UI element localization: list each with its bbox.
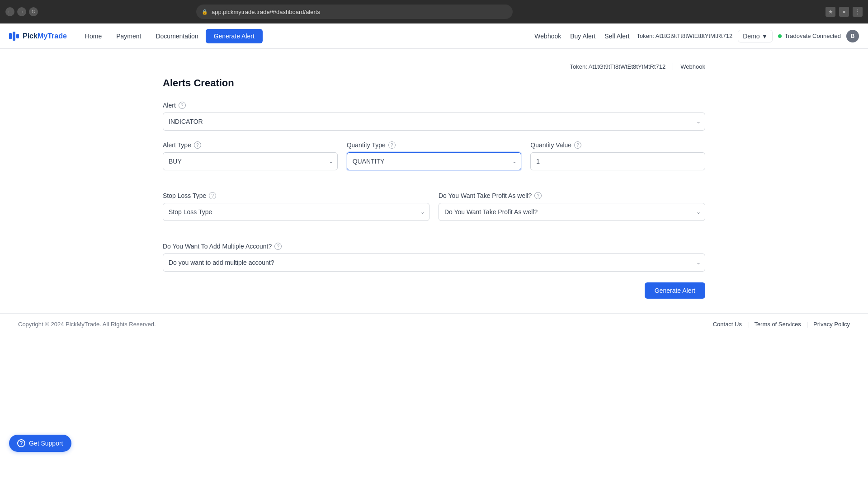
alert-type-label: Alert Type ? — [163, 141, 338, 149]
take-profit-section: Do You Want Take Profit As well? ? Do Yo… — [439, 192, 705, 221]
footer-terms[interactable]: Terms of Services — [754, 321, 801, 328]
page-webhook-link[interactable]: Webhook — [673, 63, 705, 70]
logo-bar-2 — [13, 32, 15, 41]
demo-chevron-icon: ▼ — [762, 33, 768, 40]
footer-copyright: Copyright © 2024 PickMyTrade. All Rights… — [18, 321, 156, 328]
alert-type-select-wrapper: BUY ⌄ — [163, 152, 338, 170]
more-btn[interactable]: ⋮ — [853, 7, 863, 17]
nav-sell-alert[interactable]: Sell Alert — [603, 33, 631, 40]
page-title: Alerts Creation — [163, 77, 705, 89]
alert-type-help-icon[interactable]: ? — [194, 141, 201, 149]
alert-type-section: Alert Type ? BUY ⌄ — [163, 141, 338, 170]
lock-icon: 🔒 — [202, 9, 208, 15]
footer-sep-1: | — [747, 321, 749, 328]
generate-btn-row: Generate Alert — [163, 282, 705, 299]
multiple-account-label: Do You Want To Add Multiple Account? ? — [163, 243, 705, 250]
nav-documentation[interactable]: Documentation — [148, 23, 205, 49]
take-profit-select[interactable]: Do You Want Take Profit As well? — [439, 203, 705, 221]
logo-suffix: MyTrade — [38, 32, 67, 40]
nav-generate-alert-button[interactable]: Generate Alert — [206, 29, 263, 43]
multiple-account-help-icon[interactable]: ? — [274, 243, 282, 250]
quantity-value-label: Quantity Value ? — [530, 141, 705, 149]
nav-webhook[interactable]: Webhook — [533, 33, 563, 40]
page-token-label: Token: At1tGt9tTt8tWtEt8tYtMtRt712 — [570, 63, 666, 70]
demo-label: Demo — [743, 33, 760, 40]
quantity-type-select[interactable]: QUANTITY — [347, 152, 522, 170]
quantity-value-input[interactable] — [530, 152, 705, 170]
footer-sep-2: | — [807, 321, 808, 328]
alert-help-icon[interactable]: ? — [179, 102, 186, 109]
nav-token: Token: At1tGt9tTt8tWtEt8tYtMtRt712 — [637, 33, 733, 39]
multiple-account-section: Do You Want To Add Multiple Account? ? D… — [163, 243, 705, 272]
footer-privacy[interactable]: Privacy Policy — [813, 321, 850, 328]
nav-right: Webhook Buy Alert Sell Alert Token: At1t… — [533, 30, 859, 42]
browser-nav-buttons: ← → ↻ — [5, 7, 38, 16]
alert-type-select[interactable]: BUY — [163, 152, 338, 170]
browser-actions: ★ ● ⋮ — [826, 7, 863, 17]
connected-label: Tradovate Connected — [784, 33, 841, 39]
quantity-value-section: Quantity Value ? — [530, 141, 705, 170]
quantity-type-section: Quantity Type ? QUANTITY ⌄ — [347, 141, 522, 170]
quantity-type-help-icon[interactable]: ? — [388, 141, 396, 149]
logo-bar-1 — [9, 33, 12, 39]
footer: Copyright © 2024 PickMyTrade. All Rights… — [0, 313, 868, 335]
alert-label: Alert ? — [163, 102, 705, 109]
logo-prefix: Pick — [23, 32, 38, 40]
connection-status: Tradovate Connected — [778, 33, 841, 39]
status-dot-icon — [778, 34, 782, 38]
quantity-type-label: Quantity Type ? — [347, 141, 522, 149]
logo-text: PickMyTrade — [23, 32, 67, 40]
alert-type-row: Alert Type ? BUY ⌄ Quantity Type ? QUANT… — [163, 141, 705, 181]
url-text: app.pickmytrade.trade/#/dashboard/alerts — [212, 9, 320, 15]
browser-chrome: ← → ↻ 🔒 app.pickmytrade.trade/#/dashboar… — [0, 0, 868, 23]
quantity-value-help-icon[interactable]: ? — [574, 141, 581, 149]
extensions-btn[interactable]: ★ — [826, 7, 835, 17]
logo[interactable]: PickMyTrade — [9, 32, 67, 41]
alert-section: Alert ? INDICATOR ⌄ — [163, 102, 705, 131]
quantity-type-select-wrapper: QUANTITY ⌄ — [347, 152, 522, 170]
stop-loss-help-icon[interactable]: ? — [209, 192, 216, 199]
refresh-button[interactable]: ↻ — [29, 7, 38, 16]
nav-buy-alert[interactable]: Buy Alert — [568, 33, 597, 40]
stop-loss-type-label: Stop Loss Type ? — [163, 192, 429, 199]
multiple-account-select-wrapper: Do you want to add multiple account? ⌄ — [163, 253, 705, 272]
alert-select-wrapper: INDICATOR ⌄ — [163, 113, 705, 131]
nav-payment[interactable]: Payment — [109, 23, 148, 49]
back-button[interactable]: ← — [5, 7, 14, 16]
stop-loss-type-select[interactable]: Stop Loss Type — [163, 203, 429, 221]
profile-btn[interactable]: ● — [839, 7, 849, 17]
take-profit-help-icon[interactable]: ? — [534, 192, 542, 199]
generate-alert-button[interactable]: Generate Alert — [645, 282, 705, 299]
multiple-account-select[interactable]: Do you want to add multiple account? — [163, 253, 705, 272]
logo-icon — [9, 32, 19, 41]
address-bar[interactable]: 🔒 app.pickmytrade.trade/#/dashboard/aler… — [196, 5, 513, 19]
main-content: Token: At1tGt9tTt8tWtEt8tYtMtRt712 Webho… — [145, 49, 723, 313]
alert-select[interactable]: INDICATOR — [163, 113, 705, 131]
stop-loss-type-section: Stop Loss Type ? Stop Loss Type ⌄ — [163, 192, 429, 221]
top-right-bar: Token: At1tGt9tTt8tWtEt8tYtMtRt712 Webho… — [163, 63, 705, 70]
take-profit-label: Do You Want Take Profit As well? ? — [439, 192, 705, 199]
logo-bar-3 — [16, 34, 19, 38]
stop-loss-select-wrapper: Stop Loss Type ⌄ — [163, 203, 429, 221]
footer-links: Contact Us | Terms of Services | Privacy… — [713, 321, 850, 328]
avatar[interactable]: B — [846, 30, 859, 42]
nav-home[interactable]: Home — [78, 23, 109, 49]
take-profit-select-wrapper: Do You Want Take Profit As well? ⌄ — [439, 203, 705, 221]
app-nav: PickMyTrade Home Payment Documentation G… — [0, 23, 868, 49]
footer-contact-us[interactable]: Contact Us — [713, 321, 742, 328]
stop-loss-row: Stop Loss Type ? Stop Loss Type ⌄ Do You… — [163, 192, 705, 232]
forward-button[interactable]: → — [17, 7, 26, 16]
demo-dropdown[interactable]: Demo ▼ — [738, 30, 773, 42]
